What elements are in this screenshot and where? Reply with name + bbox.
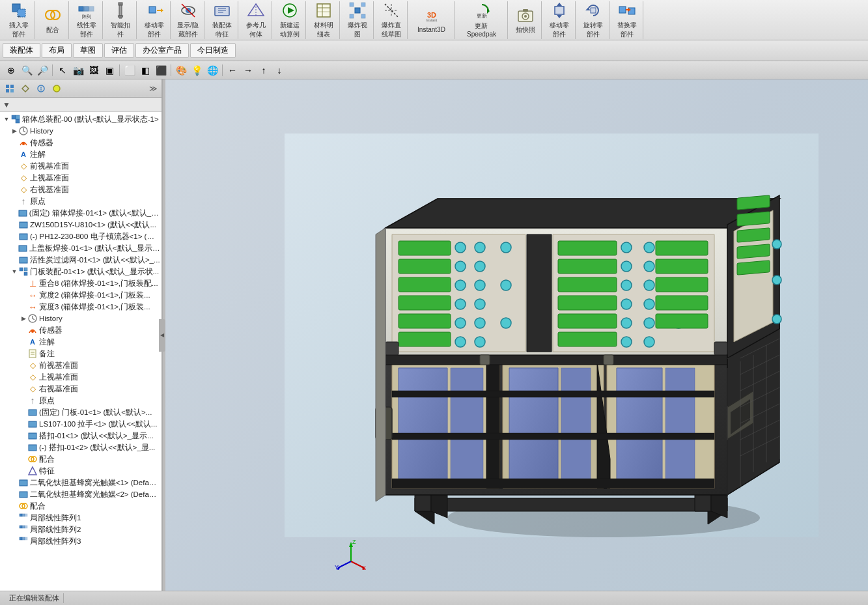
- tree-front-plane2[interactable]: ◇ 前视基准面: [0, 359, 161, 371]
- tree-fit2[interactable]: 配合: [0, 453, 161, 465]
- tb3-arrow-up[interactable]: ↑: [257, 63, 271, 77]
- tb3-zoom-out[interactable]: 🔎: [35, 63, 49, 77]
- tb3-camera[interactable]: 📷: [71, 63, 85, 77]
- tree-right-plane1[interactable]: ◇ 右视基准面: [0, 184, 161, 195]
- toolbar-explode-line[interactable]: 爆炸直线草图: [375, 1, 408, 39]
- tree-zw150[interactable]: ZW150D15Y-U810<1> (默认<<默认...: [0, 219, 161, 231]
- tree-feature2[interactable]: 特征: [0, 465, 161, 477]
- feature-tree[interactable]: ▼ 箱体总装配-00 (默认<默认_显示状态-1> ▶ History: [0, 112, 161, 591]
- tab-assembly[interactable]: 装配体: [3, 43, 40, 58]
- tree-top-plane1[interactable]: ◇ 上视基准面: [0, 172, 161, 184]
- tab-sketch[interactable]: 草图: [73, 43, 103, 58]
- tree-right-plane2[interactable]: ◇ 右视基准面: [0, 383, 161, 395]
- svg-rect-51: [619, 7, 626, 13]
- tree-width2[interactable]: ↔ 宽度2 (箱体焊接-01<1>,门板装...: [0, 289, 161, 301]
- toolbar-assembly-feature[interactable]: 装配体特征: [206, 1, 238, 39]
- tab-evaluate[interactable]: 评估: [104, 43, 134, 58]
- tree-tio2-2[interactable]: 二氧化钛担基蜂窝光触媒<2> (Default...: [0, 488, 161, 500]
- history2-arrow[interactable]: ▶: [20, 315, 27, 322]
- panel-icon-1[interactable]: [3, 81, 17, 96]
- tree-latch2[interactable]: (-) 搭扣-01<2> (默认<<默认>_显...: [0, 442, 161, 453]
- toolbar-instant3d[interactable]: 3D Instant Instant3D: [409, 1, 455, 39]
- panel-icon-4[interactable]: [49, 81, 64, 96]
- tree-sensor1[interactable]: 传感器: [0, 137, 161, 148]
- tree-annotation2[interactable]: A 注解: [0, 336, 161, 348]
- panel-collapse-btn[interactable]: ◀: [159, 319, 163, 352]
- toolbar-replace-part[interactable]: 替换零部件: [611, 1, 643, 39]
- tb3-zoom-fit[interactable]: ⊕: [4, 63, 18, 77]
- tb3-arrow-left[interactable]: ←: [225, 63, 240, 77]
- toolbar-insert-part[interactable]: + 插入零部件: [3, 1, 35, 39]
- tb3-arrow-right[interactable]: →: [241, 63, 255, 77]
- panel-icon-2[interactable]: [18, 81, 33, 96]
- toolbar-update-speedpak[interactable]: 更新 更新Speedpak: [456, 1, 508, 39]
- toolbar-ref-geometry[interactable]: 参考几何体: [240, 1, 272, 39]
- panel-expand-btn[interactable]: ≫: [147, 83, 159, 94]
- tree-origin1[interactable]: ↑ 原点: [0, 195, 161, 207]
- local-pattern1-label: 局部线性阵列1: [30, 513, 81, 523]
- door-assembly-arrow[interactable]: ▼: [10, 268, 18, 275]
- tree-weight8[interactable]: ⊥ 重合8 (箱体焊接-01<1>,门板装配...: [0, 277, 161, 289]
- toolbar-motion[interactable]: 新建运动算例: [273, 1, 306, 39]
- history1-arrow[interactable]: ▶: [10, 127, 18, 135]
- toolbar-rotate-part[interactable]: 旋转零部件: [577, 1, 609, 39]
- tree-width3[interactable]: ↔ 宽度3 (箱体焊接-01<1>,门板装...: [0, 301, 161, 313]
- tree-fixed-weld1[interactable]: (固定) 箱体焊接-01<1> (默认<默认_显示...: [0, 207, 161, 219]
- tb3-light[interactable]: 💡: [189, 63, 204, 77]
- tree-fixed-door[interactable]: (固定) 门板-01<1> (默认<默认>...: [0, 406, 161, 418]
- tree-fit3[interactable]: 配合: [0, 500, 161, 512]
- tb3-view-options[interactable]: 🖼: [87, 63, 101, 77]
- note1-label: 备注: [39, 349, 55, 359]
- tree-sensor2[interactable]: 传感器: [0, 324, 161, 336]
- move-component-label: 移动零部件: [145, 21, 164, 39]
- tree-tio2-1[interactable]: 二氧化钛担基蜂窝光触媒<1> (Default...: [0, 477, 161, 488]
- tb3-arrow-down[interactable]: ↓: [272, 63, 287, 77]
- tree-local-pattern3[interactable]: 局部线性阵列3: [0, 535, 161, 547]
- tb3-zoom-in[interactable]: 🔍: [20, 63, 34, 77]
- tree-door-assembly[interactable]: ▼ 门板装配-01<1> (默认<默认_显示状...: [0, 266, 161, 277]
- tree-top-plane2[interactable]: ◇ 上视基准面: [0, 371, 161, 383]
- toolbar-bom[interactable]: 材料明细表: [307, 1, 340, 39]
- tb3-select[interactable]: ↖: [55, 63, 70, 77]
- toolbar-move-part[interactable]: 移动零部件: [543, 1, 576, 39]
- tb3-scene[interactable]: 🌐: [205, 63, 219, 77]
- panel-icon-3[interactable]: [34, 81, 48, 96]
- toolbar-move-component[interactable]: 移动零部件: [138, 1, 171, 39]
- tb3-color[interactable]: 🎨: [174, 63, 188, 77]
- toolbar-explode[interactable]: 爆炸视图: [341, 1, 374, 39]
- toolbar-linear-pattern[interactable]: 阵列 线性零部件: [70, 1, 103, 39]
- tree-ph12[interactable]: (-) PH12-230-800 电子镇流器<1> (默...: [0, 231, 161, 242]
- tree-root[interactable]: ▼ 箱体总装配-00 (默认<默认_显示状态-1>: [0, 113, 161, 125]
- tree-local-pattern2[interactable]: 局部线性阵列2: [0, 524, 161, 535]
- tb3-view1[interactable]: ⬜: [122, 63, 137, 77]
- tree-note1[interactable]: 备注: [0, 348, 161, 359]
- svg-point-154: [475, 318, 485, 328]
- tree-origin2[interactable]: ↑ 原点: [0, 395, 161, 406]
- tab-layout[interactable]: 布局: [42, 43, 72, 58]
- viewport[interactable]: Z X Y: [165, 79, 868, 591]
- tree-history2[interactable]: ▶ History: [0, 313, 161, 324]
- svg-rect-45: [523, 9, 528, 12]
- tab-today-make[interactable]: 今日制造: [190, 43, 236, 58]
- toolbar-snapshot[interactable]: 拍快照: [509, 1, 542, 39]
- tree-carbon-filter[interactable]: 活性炭过滤网-01<1> (默认<<默认>_...: [0, 254, 161, 266]
- tb3-view2[interactable]: ◧: [138, 63, 152, 77]
- tree-ls107[interactable]: LS107-100 拉手<1> (默认<<默认...: [0, 418, 161, 430]
- toolbar-fit[interactable]: 配合: [36, 1, 69, 39]
- tab-office-products[interactable]: 办公室产品: [135, 43, 189, 58]
- tb3-view3[interactable]: ⬛: [154, 63, 168, 77]
- tb3-display-style[interactable]: ▣: [102, 63, 117, 77]
- root-arrow[interactable]: ▼: [3, 115, 10, 123]
- insert-part-icon: +: [10, 1, 28, 20]
- tree-latch1[interactable]: 搭扣-01<1> (默认<<默认>_显示...: [0, 430, 161, 442]
- svg-rect-26: [317, 4, 330, 17]
- tree-local-pattern1[interactable]: 局部线性阵列1: [0, 512, 161, 524]
- tree-annotation1[interactable]: A 注解: [0, 148, 161, 160]
- svg-rect-189: [737, 244, 770, 258]
- tree-history1[interactable]: ▶ History: [0, 125, 161, 137]
- toolbar-show-hide[interactable]: 显示/隐藏部件: [172, 1, 204, 39]
- tree-cover-weld[interactable]: 上盖板焊接-01<1> (默认<默认_显示状...: [0, 242, 161, 254]
- toolbar-smart-fastener[interactable]: 智能扣件: [104, 1, 137, 39]
- annotation1-arrow: [10, 150, 18, 158]
- tree-front-plane1[interactable]: ◇ 前视基准面: [0, 160, 161, 172]
